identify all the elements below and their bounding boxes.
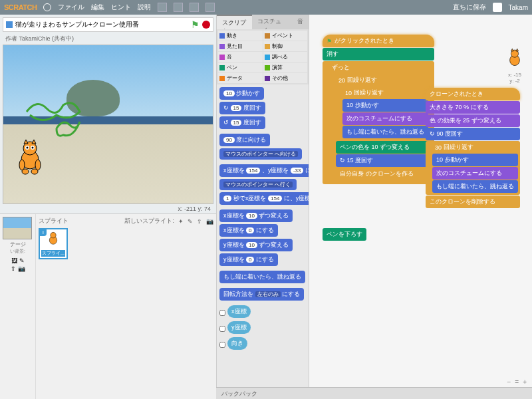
block-move[interactable]: 10 歩動かす bbox=[219, 87, 264, 100]
tool-grow-icon[interactable] bbox=[190, 3, 199, 12]
svg-point-6 bbox=[22, 169, 29, 174]
svg-marker-16 bbox=[511, 49, 513, 51]
category-events[interactable]: イベント bbox=[263, 31, 308, 41]
block-repeat-30: 30回繰り返す 10 歩動かす 次のコスチュームにする もし端に着いたら、跳ね返… bbox=[426, 141, 520, 195]
block-clear: 消す bbox=[323, 48, 434, 61]
sprite-camera-icon[interactable]: 📷 bbox=[206, 218, 213, 225]
tab-costumes[interactable]: コスチューム bbox=[252, 15, 292, 29]
project-title-bar: 猫が走りまわるサンプル+クローン使用番 ⚑ bbox=[3, 17, 213, 32]
block-repeat-10: 10回繰り返す 10 歩動かす 次のコスチュームにする もし端に着いたら、跳ね返… bbox=[336, 86, 430, 140]
current-sprite-indicator: x: -15 y: -2 bbox=[503, 48, 527, 84]
category-data[interactable]: データ bbox=[218, 73, 263, 83]
script-stack-1[interactable]: ⚑がクリックされたとき 消す ずっと 20回繰り返す 10回繰り返す 10 歩動… bbox=[323, 35, 434, 184]
sprite-paint-icon[interactable]: ✎ bbox=[188, 218, 193, 225]
hat-flag-clicked: ⚑がクリックされたとき bbox=[323, 35, 434, 47]
svg-point-13 bbox=[51, 232, 57, 238]
block-set-x[interactable]: x座標を 0 にする bbox=[219, 224, 278, 237]
block-set-y[interactable]: y座標を 0 にする bbox=[219, 253, 278, 266]
stage[interactable] bbox=[3, 45, 213, 204]
language-icon[interactable] bbox=[43, 3, 51, 11]
save-now[interactable]: 直ちに保存 bbox=[453, 3, 486, 12]
category-operators[interactable]: 演算 bbox=[263, 63, 308, 72]
category-motion[interactable]: 動き bbox=[218, 31, 263, 41]
menu-about[interactable]: 説明 bbox=[138, 3, 151, 12]
backpack-panel[interactable]: バックパック bbox=[216, 387, 532, 399]
scratch-logo: SCRATCH bbox=[4, 3, 37, 11]
category-pen[interactable]: ペン bbox=[218, 63, 263, 72]
svg-marker-2 bbox=[24, 140, 28, 144]
block-turn-left[interactable]: ↺ 15 度回す bbox=[219, 116, 265, 129]
tool-shrink-icon[interactable] bbox=[205, 3, 215, 12]
svg-point-9 bbox=[27, 147, 29, 149]
project-title[interactable]: 猫が走りまわるサンプル+クローン使用番 bbox=[15, 20, 188, 29]
category-more[interactable]: その他 bbox=[263, 73, 308, 83]
category-sensing[interactable]: 調べる bbox=[263, 52, 308, 62]
block-forever: ずっと 20回繰り返す 10回繰り返す 10 歩動かす 次のコスチュームにする … bbox=[323, 61, 434, 184]
stage-thumbnail[interactable] bbox=[3, 217, 32, 239]
block-turn-right[interactable]: ↻ 15 度回す bbox=[219, 102, 265, 114]
sprite-library-icon[interactable]: ✦ bbox=[178, 218, 184, 225]
tab-scripts[interactable]: スクリプト bbox=[217, 15, 252, 29]
block-goto-xy[interactable]: x座標を 154 、y座標を -33 にす bbox=[219, 164, 309, 177]
category-sound[interactable]: 音 bbox=[218, 52, 263, 62]
new-sprite-label: 新しいスプライト: bbox=[124, 217, 174, 225]
menu-tips[interactable]: ヒント bbox=[111, 3, 131, 12]
sprite-cat[interactable] bbox=[13, 138, 47, 175]
tool-duplicate-icon[interactable] bbox=[158, 3, 167, 12]
block-goto[interactable]: マウスのポインター へ行く bbox=[219, 179, 297, 190]
block-point-to[interactable]: マウスのポインター へ向ける bbox=[219, 148, 302, 160]
block-change-y[interactable]: y座標を 10 ずつ変える bbox=[219, 239, 293, 251]
editor-tabs: スクリプト コスチューム 音 bbox=[217, 15, 309, 29]
block-bounce[interactable]: もし端に着いたら、跳ね返る bbox=[219, 271, 305, 283]
pen-trail-2 bbox=[53, 115, 86, 142]
mouse-coordinates: x: -211 y: 74 bbox=[0, 204, 216, 213]
hat-clone-start: クローンされたとき bbox=[426, 88, 520, 100]
backdrop-paint-icon[interactable]: ✎ bbox=[19, 257, 25, 264]
script-workspace[interactable]: x: -15 y: -2 ⚑がクリックされたとき 消す ずっと 20回繰り返す … bbox=[309, 15, 532, 399]
block-palette: 10 歩動かす ↻ 15 度回す ↺ 15 度回す 90 度に向ける マウスのポ… bbox=[217, 84, 309, 399]
user-avatar-icon[interactable] bbox=[493, 3, 502, 12]
tool-delete-icon[interactable] bbox=[174, 3, 183, 12]
script-stack-3[interactable]: クローンされたとき 大きさを 70 % にする 色 の効果を 25 ずつ変える … bbox=[426, 88, 520, 208]
svg-point-4 bbox=[19, 160, 25, 170]
sprites-label: スプライト bbox=[39, 217, 120, 225]
block-point-dir[interactable]: 90 度に向ける bbox=[219, 134, 270, 146]
backdrop-camera-icon[interactable]: 📷 bbox=[18, 265, 25, 272]
block-repeat-20: 20回繰り返す 10回繰り返す 10 歩動かす 次のコスチュームにする もし端に… bbox=[329, 74, 432, 182]
stop-icon[interactable] bbox=[202, 21, 210, 29]
reporter-x: x座標 bbox=[219, 305, 306, 320]
green-flag-icon[interactable]: ⚑ bbox=[191, 19, 200, 30]
reporter-dir: 向き bbox=[219, 337, 306, 352]
project-author: 作者 TakamiChie (共有中) bbox=[0, 35, 216, 45]
svg-point-11 bbox=[32, 147, 34, 149]
reporter-y: y座標 bbox=[219, 321, 306, 336]
block-pen-down: ペンを下ろす bbox=[323, 228, 366, 241]
svg-marker-17 bbox=[516, 49, 519, 51]
sprite-info-icon[interactable]: i bbox=[40, 229, 47, 236]
menu-bar: SCRATCH ファイル 編集 ヒント 説明 直ちに保存 Takam bbox=[0, 0, 532, 15]
block-change-x[interactable]: x座標を 10 ずつ変える bbox=[219, 209, 293, 222]
block-categories: 動き イベント 見た目 制御 音 調べる ペン 演算 データ その他 bbox=[217, 29, 309, 84]
zoom-in-icon[interactable]: + bbox=[523, 378, 527, 386]
zoom-out-icon[interactable]: − bbox=[507, 378, 511, 386]
zoom-controls: − = + bbox=[507, 378, 527, 386]
block-glide[interactable]: 1 秒でx座標を 154 に、y座標を bbox=[219, 192, 309, 205]
sprite-upload-icon[interactable]: ⇪ bbox=[197, 218, 202, 225]
backdrop-library-icon[interactable]: 🖼 bbox=[11, 257, 17, 264]
tab-sounds[interactable]: 音 bbox=[292, 15, 309, 29]
block-rotation-style[interactable]: 回転方法を 左右のみ にする bbox=[219, 288, 304, 301]
menu-edit[interactable]: 編集 bbox=[91, 3, 104, 12]
backdrop-upload-icon[interactable]: ⇪ bbox=[11, 265, 16, 272]
script-stack-2[interactable]: ペンを下ろす bbox=[323, 227, 366, 241]
fullscreen-icon[interactable] bbox=[6, 21, 13, 28]
stage-selector[interactable]: テージ い背景: 🖼 ✎ ⇪ 📷 bbox=[0, 214, 36, 399]
menu-file[interactable]: ファイル bbox=[58, 3, 84, 12]
sprite-thumbnail[interactable]: i スプライ... bbox=[39, 228, 68, 259]
user-name[interactable]: Takam bbox=[509, 4, 528, 11]
category-looks[interactable]: 見た目 bbox=[218, 41, 263, 51]
zoom-reset-icon[interactable]: = bbox=[515, 378, 519, 386]
svg-point-7 bbox=[31, 169, 38, 174]
svg-marker-3 bbox=[32, 140, 36, 144]
category-control[interactable]: 制御 bbox=[263, 41, 308, 51]
svg-point-5 bbox=[35, 160, 41, 170]
